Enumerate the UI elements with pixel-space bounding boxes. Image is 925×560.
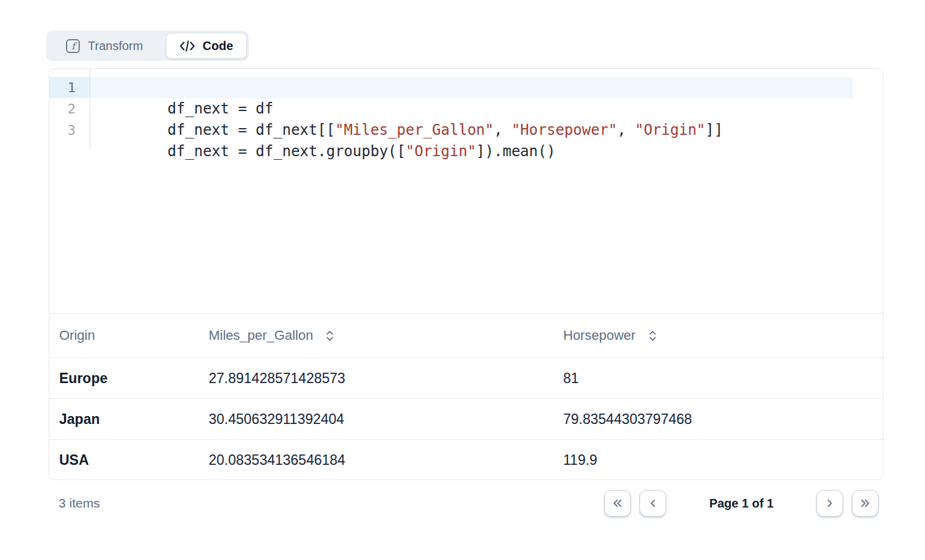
items-count: 3 items <box>49 496 100 511</box>
function-icon: f <box>66 39 80 53</box>
table-header-row: Origin Miles_per_Gallon Horsepower <box>49 314 883 357</box>
code-line-content: df_next = df_next.groupby(["Origin"]).me… <box>90 120 883 141</box>
chevron-left-icon <box>647 497 659 509</box>
chevron-right-icon <box>824 497 836 509</box>
tab-label: Code <box>203 39 233 53</box>
prev-page-button[interactable] <box>639 490 666 517</box>
index-cell: USA <box>49 452 199 468</box>
sort-icon[interactable] <box>647 329 658 343</box>
line-number: 2 <box>49 98 90 120</box>
first-page-button[interactable] <box>604 490 631 517</box>
code-icon <box>179 40 195 52</box>
pagination: Page 1 of 1 <box>604 490 879 517</box>
code-token: df_next = df_next.groupby([ <box>168 143 406 160</box>
value-cell: 79.83544303797468 <box>553 411 883 428</box>
code-line: 3 df_next = df_next.groupby(["Origin"]).… <box>49 120 883 141</box>
code-token: ]).mean() <box>476 143 555 160</box>
table-row: Europe 27.891428571428573 81 <box>49 357 883 398</box>
index-cell: Japan <box>49 411 199 428</box>
double-chevron-right-icon <box>858 497 873 509</box>
value-cell: 81 <box>553 370 883 387</box>
code-panel: 1 df_next = df 2 df_next = df_next[["Mil… <box>49 68 884 480</box>
column-header-origin: Origin <box>49 328 199 343</box>
column-header-horsepower[interactable]: Horsepower <box>553 328 883 343</box>
column-header-miles-per-gallon[interactable]: Miles_per_Gallon <box>199 328 553 343</box>
string-token: "Origin" <box>406 143 477 160</box>
column-label: Origin <box>59 328 95 343</box>
view-toggle: f Transform Code <box>46 31 249 61</box>
value-cell: 119.9 <box>553 452 883 468</box>
code-editor[interactable]: 1 df_next = df 2 df_next = df_next[["Mil… <box>49 69 883 313</box>
column-label: Miles_per_Gallon <box>209 328 313 343</box>
gutter-divider <box>90 69 90 150</box>
next-page-button[interactable] <box>816 490 843 517</box>
sort-icon[interactable] <box>324 329 336 343</box>
tab-code[interactable]: Code <box>166 33 247 59</box>
svg-text:f: f <box>71 40 77 51</box>
line-number: 3 <box>49 120 90 141</box>
code-line-content: df_next = df <box>90 77 853 98</box>
code-line: 1 df_next = df <box>49 77 883 98</box>
value-cell: 30.450632911392404 <box>199 411 553 428</box>
tab-transform[interactable]: f Transform <box>46 39 166 53</box>
table-footer: 3 items Page 1 of 1 <box>49 490 879 517</box>
code-line-content: df_next = df_next[["Miles_per_Gallon", "… <box>90 98 883 120</box>
code-line: 2 df_next = df_next[["Miles_per_Gallon",… <box>49 98 883 120</box>
last-page-button[interactable] <box>852 490 879 517</box>
tab-label: Transform <box>88 39 143 53</box>
double-chevron-left-icon <box>610 497 625 509</box>
table-row: Japan 30.450632911392404 79.835443037974… <box>49 398 883 439</box>
value-cell: 27.891428571428573 <box>199 370 553 387</box>
value-cell: 20.083534136546184 <box>199 452 553 468</box>
table-row: USA 20.083534136546184 119.9 <box>49 439 883 480</box>
result-table: Origin Miles_per_Gallon Horsepower <box>49 313 883 480</box>
page-indicator: Page 1 of 1 <box>709 497 774 511</box>
line-number: 1 <box>49 77 90 98</box>
column-label: Horsepower <box>563 328 636 343</box>
index-cell: Europe <box>49 370 199 387</box>
